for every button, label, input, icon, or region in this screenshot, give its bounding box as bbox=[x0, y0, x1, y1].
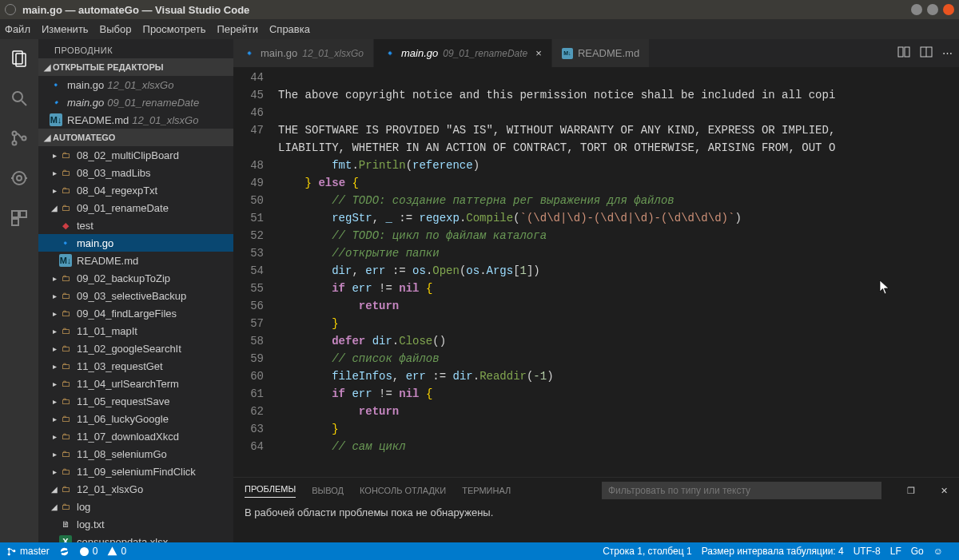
menu-edit[interactable]: Изменить bbox=[42, 23, 89, 35]
open-editor-item[interactable]: 🔹main.go09_01_renameDate bbox=[38, 93, 233, 111]
status-warnings[interactable]: 0 bbox=[107, 546, 126, 557]
menu-help[interactable]: Справка bbox=[269, 23, 310, 35]
editor-tab-bar: 🔹main.go12_01_xlsxGo🔹main.go09_01_rename… bbox=[233, 39, 959, 67]
more-icon[interactable]: ⋯ bbox=[942, 47, 953, 59]
folder-item[interactable]: ◢🗀09_01_renameDate bbox=[38, 199, 233, 216]
status-errors[interactable]: 0 bbox=[79, 546, 98, 557]
menu-selection[interactable]: Выбор bbox=[100, 23, 132, 35]
menu-view[interactable]: Просмотреть bbox=[143, 23, 206, 35]
svg-point-8 bbox=[17, 176, 22, 181]
folder-item[interactable]: ▸🗀11_09_seleniumFindClick bbox=[38, 463, 233, 480]
panel-close-icon[interactable]: ✕ bbox=[941, 486, 948, 496]
split-icon[interactable] bbox=[920, 46, 933, 61]
compare-icon[interactable] bbox=[897, 46, 910, 61]
explorer-sidebar: ПРОВОДНИК ◢ОТКРЫТЫЕ РЕДАКТОРЫ 🔹main.go12… bbox=[38, 39, 233, 542]
svg-point-5 bbox=[13, 141, 17, 145]
extensions-icon[interactable] bbox=[8, 207, 30, 229]
panel-filter-input[interactable] bbox=[602, 482, 881, 499]
folder-item[interactable]: ▸🗀08_04_regexpTxt bbox=[38, 181, 233, 199]
folder-item[interactable]: ▸🗀11_02_googleSearchIt bbox=[38, 340, 233, 357]
status-eol[interactable]: LF bbox=[890, 546, 901, 557]
status-encoding[interactable]: UTF-8 bbox=[854, 546, 881, 557]
window-titlebar: main.go — automateGo — Visual Studio Cod… bbox=[0, 0, 959, 19]
debug-icon[interactable] bbox=[8, 167, 30, 189]
bottom-panel: ПРОБЛЕМЫ ВЫВОД КОНСОЛЬ ОТЛАДКИ ТЕРМИНАЛ … bbox=[233, 477, 959, 542]
status-indent[interactable]: Размер интервала табуляции: 4 bbox=[702, 546, 844, 557]
open-editor-item[interactable]: M↓README.md12_01_xlsxGo bbox=[38, 111, 233, 129]
svg-rect-11 bbox=[12, 211, 18, 217]
status-sync[interactable] bbox=[59, 546, 70, 557]
folder-item[interactable]: ▸🗀11_06_luckyGoogle bbox=[38, 410, 233, 427]
editor-tab[interactable]: 🔹main.go12_01_xlsxGo bbox=[233, 39, 374, 67]
open-editors-list: 🔹main.go12_01_xlsxGo🔹main.go09_01_rename… bbox=[38, 76, 233, 129]
file-item[interactable]: M↓README.md bbox=[38, 252, 233, 269]
folder-item[interactable]: ▸🗀11_05_requestSave bbox=[38, 392, 233, 410]
folder-item[interactable]: ▸🗀11_07_downloadXkcd bbox=[38, 427, 233, 445]
file-item[interactable]: 🔹main.go bbox=[38, 234, 233, 252]
file-item[interactable]: 🗎log.txt bbox=[38, 515, 233, 533]
status-bar: master 0 0 Строка 1, столбец 1 Размер ин… bbox=[0, 542, 959, 560]
folder-item[interactable]: ▸🗀11_01_mapIt bbox=[38, 322, 233, 340]
svg-point-19 bbox=[8, 553, 10, 555]
explorer-icon[interactable] bbox=[8, 47, 30, 70]
svg-line-3 bbox=[22, 101, 26, 105]
svg-point-20 bbox=[13, 550, 15, 552]
folder-item[interactable]: ▸🗀08_03_madLibs bbox=[38, 164, 233, 181]
status-branch[interactable]: master bbox=[6, 546, 50, 557]
window-minimize-button[interactable] bbox=[911, 4, 922, 15]
source-control-icon[interactable] bbox=[8, 127, 30, 149]
svg-point-7 bbox=[13, 172, 26, 185]
folder-item[interactable]: ▸🗀08_02_multiClipBoard bbox=[38, 146, 233, 164]
folder-item[interactable]: ◢🗀log bbox=[38, 498, 233, 515]
panel-message: В рабочей области проблемы пока не обнар… bbox=[233, 503, 959, 522]
window-close-button[interactable] bbox=[943, 4, 954, 15]
minimap[interactable] bbox=[945, 67, 959, 477]
activity-bar bbox=[0, 39, 38, 542]
svg-rect-13 bbox=[12, 219, 18, 225]
file-tree: ▸🗀08_02_multiClipBoard▸🗀08_03_madLibs▸🗀0… bbox=[38, 146, 233, 542]
panel-tab-terminal[interactable]: ТЕРМИНАЛ bbox=[462, 486, 511, 495]
svg-rect-14 bbox=[898, 47, 903, 57]
folder-item[interactable]: ▸🗀11_04_urlSearchTerm bbox=[38, 375, 233, 392]
window-title: main.go — automateGo — Visual Studio Cod… bbox=[22, 4, 906, 16]
folder-item[interactable]: ◢🗀12_01_xlsxGo bbox=[38, 480, 233, 498]
svg-rect-15 bbox=[905, 47, 909, 57]
file-item[interactable]: ◆test bbox=[38, 216, 233, 234]
sidebar-title: ПРОВОДНИК bbox=[38, 39, 233, 58]
editor-tab[interactable]: M↓README.md bbox=[552, 39, 650, 67]
code-editor[interactable]: 4445464748495051525354555657585960616263… bbox=[233, 67, 959, 477]
code-content[interactable]: The above copyright notice and this perm… bbox=[278, 67, 945, 477]
search-icon[interactable] bbox=[8, 87, 30, 109]
menu-bar: Файл Изменить Выбор Просмотреть Перейти … bbox=[0, 19, 959, 39]
folder-item[interactable]: ▸🗀09_02_backupToZip bbox=[38, 269, 233, 287]
tab-actions: ⋯ bbox=[897, 39, 959, 67]
svg-point-4 bbox=[13, 132, 17, 136]
open-editor-item[interactable]: 🔹main.go12_01_xlsxGo bbox=[38, 76, 233, 93]
status-lncol[interactable]: Строка 1, столбец 1 bbox=[603, 546, 691, 557]
menu-file[interactable]: Файл bbox=[5, 23, 30, 35]
status-lang[interactable]: Go bbox=[911, 546, 924, 557]
line-gutter: 4445464748495051525354555657585960616263… bbox=[233, 67, 278, 477]
editor-tab[interactable]: 🔹main.go09_01_renameDate× bbox=[374, 39, 552, 67]
folder-item[interactable]: ▸🗀11_03_requestGet bbox=[38, 357, 233, 375]
window-maximize-button[interactable] bbox=[927, 4, 938, 15]
open-editors-header[interactable]: ◢ОТКРЫТЫЕ РЕДАКТОРЫ bbox=[38, 58, 233, 76]
svg-point-18 bbox=[8, 547, 10, 550]
editor-area: 🔹main.go12_01_xlsxGo🔹main.go09_01_rename… bbox=[233, 39, 959, 542]
folder-item[interactable]: ▸🗀09_04_findLargeFiles bbox=[38, 304, 233, 322]
folder-item[interactable]: ▸🗀11_08_seleniumGo bbox=[38, 445, 233, 463]
project-header[interactable]: ◢AUTOMATEGO bbox=[38, 129, 233, 146]
file-item[interactable]: Xcensuspopdata.xlsx bbox=[38, 533, 233, 542]
status-feedback-icon[interactable]: ☺ bbox=[933, 546, 943, 557]
panel-tab-problems[interactable]: ПРОБЛЕМЫ bbox=[245, 484, 296, 498]
svg-rect-12 bbox=[20, 211, 26, 217]
panel-tab-output[interactable]: ВЫВОД bbox=[312, 486, 344, 495]
panel-tab-debug[interactable]: КОНСОЛЬ ОТЛАДКИ bbox=[360, 486, 446, 495]
svg-point-2 bbox=[13, 92, 22, 101]
folder-item[interactable]: ▸🗀09_03_selectiveBackup bbox=[38, 287, 233, 304]
svg-point-6 bbox=[22, 137, 26, 141]
collapse-icon[interactable]: ❐ bbox=[907, 486, 915, 496]
menu-go[interactable]: Перейти bbox=[217, 23, 258, 35]
tab-close-icon[interactable]: × bbox=[535, 47, 542, 59]
